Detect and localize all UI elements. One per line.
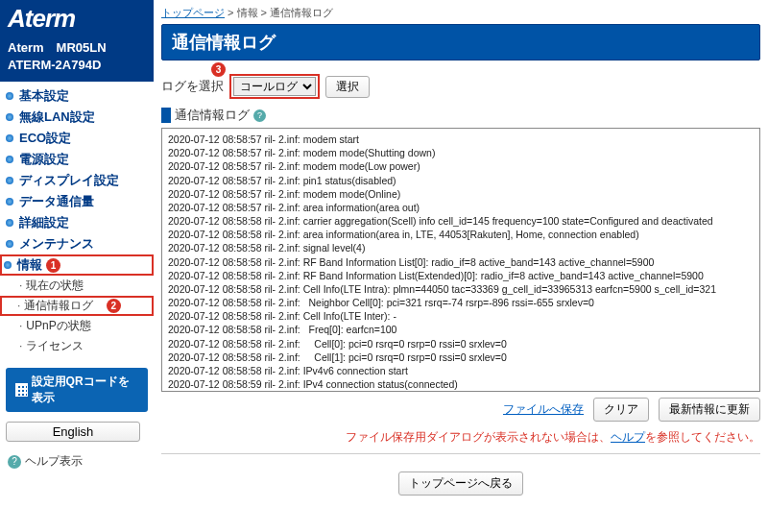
nav-advanced[interactable]: 詳細設定 — [0, 212, 154, 233]
nav-label: 無線LAN設定 — [19, 109, 95, 126]
main-content: トップページ > 情報 > 通信情報ログ 通信情報ログ 3 ログを選択 コールロ… — [154, 0, 768, 532]
section-help-icon[interactable]: ? — [253, 109, 266, 122]
nav-eco[interactable]: ECO設定 — [0, 128, 154, 149]
select-label: ログを選択 — [161, 78, 224, 95]
brand-logo: Aterm — [8, 4, 146, 34]
nav-sub-status[interactable]: 現在の状態 — [0, 276, 154, 296]
nav-label: 基本設定 — [19, 87, 69, 105]
nav-basic[interactable]: 基本設定 — [0, 85, 154, 107]
section-label: 通信情報ログ — [175, 107, 250, 124]
qr-button[interactable]: 設定用QRコードを表示 — [6, 368, 148, 412]
nav-wlan[interactable]: 無線LAN設定 — [0, 107, 154, 128]
bullet-icon — [6, 219, 13, 227]
help-label: ヘルプ表示 — [25, 453, 83, 470]
nav-label: ECO設定 — [19, 130, 71, 147]
bullet-icon — [6, 156, 13, 163]
page-title: 通信情報ログ — [161, 24, 760, 60]
select-button[interactable]: 選択 — [325, 76, 370, 98]
nav-label: データ通信量 — [19, 193, 94, 210]
log-select[interactable]: コールログ — [233, 77, 316, 96]
nav-sub-commlog[interactable]: 通信情報ログ — [4, 297, 99, 314]
breadcrumb: トップページ > 情報 > 通信情報ログ — [161, 4, 760, 24]
bullet-icon — [6, 177, 13, 184]
nav-maintenance[interactable]: メンテナンス — [0, 233, 154, 254]
select-highlight: コールログ — [229, 74, 320, 99]
back-top-button[interactable]: トップページへ戻る — [398, 472, 523, 496]
nav-sub-label: 現在の状態 — [26, 278, 84, 292]
nav-sub-upnp[interactable]: UPnPの状態 — [0, 316, 154, 336]
annotation-1: 1 — [46, 258, 60, 273]
bullet-icon — [6, 113, 13, 121]
nav-sub-label: UPnPの状態 — [26, 319, 90, 332]
device-mac: ATERM-2A794D — [8, 57, 146, 74]
qr-icon — [15, 383, 28, 397]
annotation-3: 3 — [211, 62, 226, 77]
nav-label: 情報 — [17, 256, 42, 274]
log-textarea[interactable]: 2020-07-12 08:58:57 ril- 2.inf: modem st… — [161, 128, 760, 392]
clear-button[interactable]: クリア — [593, 398, 649, 422]
bullet-icon — [6, 198, 13, 206]
bullet-icon — [6, 240, 13, 248]
note-text: ファイル保存用ダイアログが表示されない場合は、ヘルプを参照してください。 — [161, 429, 760, 446]
nav-info[interactable]: 情報 — [4, 256, 42, 274]
save-file-link[interactable]: ファイルへ保存 — [503, 401, 584, 418]
annotation-2: 2 — [107, 299, 121, 313]
bullet-icon — [4, 261, 12, 269]
nav-label: メンテナンス — [19, 235, 94, 253]
refresh-button[interactable]: 最新情報に更新 — [659, 398, 760, 422]
nav-label: 詳細設定 — [19, 214, 69, 231]
nav-sub-license[interactable]: ライセンス — [0, 336, 154, 356]
device-info: Aterm MR05LN ATERM-2A794D — [8, 39, 146, 74]
nav-sub-label: ライセンス — [26, 339, 84, 352]
actions-row: ファイルへ保存 クリア 最新情報に更新 — [161, 398, 760, 422]
logo-box: Aterm Aterm MR05LN ATERM-2A794D — [0, 0, 154, 82]
device-model: Aterm MR05LN — [8, 39, 146, 57]
bullet-icon — [6, 134, 13, 142]
nav-power[interactable]: 電源設定 — [0, 149, 154, 170]
note-help-link[interactable]: ヘルプ — [611, 430, 645, 444]
breadcrumb-top[interactable]: トップページ — [161, 7, 225, 18]
nav-label: 電源設定 — [19, 151, 69, 168]
breadcrumb-page: 通信情報ログ — [270, 7, 333, 18]
bullet-icon — [6, 92, 13, 100]
help-icon: ? — [8, 455, 21, 469]
log-select-row: 3 ログを選択 コールログ 選択 — [161, 74, 760, 99]
english-button[interactable]: English — [6, 422, 140, 442]
side-nav: 基本設定 無線LAN設定 ECO設定 電源設定 ディスプレイ設定 データ通信量 … — [0, 82, 154, 360]
breadcrumb-cat: 情報 — [237, 7, 258, 18]
help-link[interactable]: ? ヘルプ表示 — [0, 447, 154, 475]
qr-button-label: 設定用QRコードを表示 — [32, 374, 138, 406]
section-header: 通信情報ログ ? — [161, 107, 760, 124]
nav-label: ディスプレイ設定 — [19, 172, 119, 189]
section-bar-icon — [161, 108, 171, 123]
sidebar: Aterm Aterm MR05LN ATERM-2A794D 基本設定 無線L… — [0, 0, 154, 532]
nav-data-usage[interactable]: データ通信量 — [0, 191, 154, 212]
nav-display[interactable]: ディスプレイ設定 — [0, 170, 154, 191]
nav-sub-label: 通信情報ログ — [24, 299, 93, 312]
divider — [161, 453, 760, 454]
